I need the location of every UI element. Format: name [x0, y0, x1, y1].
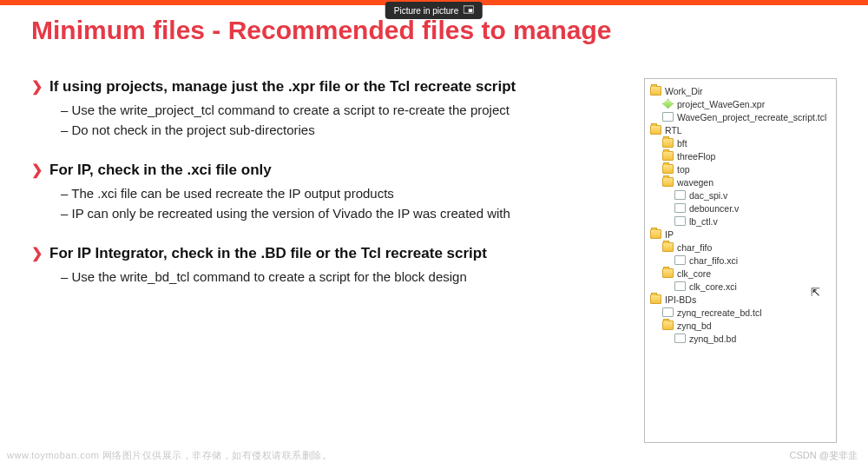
sub-bullet: Use the write_project_tcl command to cre… — [31, 102, 620, 117]
tree-row[interactable]: char_fifo — [650, 241, 832, 254]
file-icon — [674, 190, 686, 200]
bullet-section-1: ❯ If using projects, manage just the .xp… — [31, 78, 620, 137]
tree-label: top — [677, 164, 690, 175]
tree-label: IPI-BDs — [665, 294, 696, 305]
file-icon — [674, 255, 686, 265]
folder-icon — [662, 320, 674, 330]
tree-label: clk_core.xci — [689, 281, 737, 292]
bullet-arrow-icon: ❯ — [31, 245, 43, 262]
svg-rect-1 — [469, 9, 473, 12]
tree-row[interactable]: clk_core.xci — [650, 280, 832, 293]
folder-icon — [650, 125, 661, 135]
tree-row[interactable]: project_WaveGen.xpr — [650, 97, 832, 110]
folder-icon — [662, 138, 674, 148]
slide-title: Minimum files - Recommended files to man… — [31, 16, 837, 45]
file-icon — [674, 216, 686, 226]
tree-row[interactable]: char_fifo.xci — [650, 254, 832, 267]
bullet-head: For IP Integrator, check in the .BD file… — [49, 245, 487, 262]
tree-row[interactable]: WaveGen_project_recreate_script.tcl — [650, 110, 832, 123]
tree-row[interactable]: threeFlop — [650, 149, 832, 162]
sub-bullet: Use the write_bd_tcl command to create a… — [31, 269, 620, 284]
bullet-section-2: ❯ For IP, check in the .xci file only Th… — [31, 162, 620, 221]
tree-row[interactable]: dac_spi.v — [650, 188, 832, 201]
tree-row[interactable]: bft — [650, 136, 832, 149]
folder-icon — [662, 242, 674, 252]
tree-row[interactable]: IP — [650, 228, 832, 241]
tree-label: RTL — [665, 125, 682, 135]
folder-icon — [650, 294, 661, 304]
tree-label: IP — [665, 229, 674, 240]
tree-row[interactable]: zynq_recreate_bd.tcl — [650, 306, 832, 319]
tree-row[interactable]: zynq_bd.bd — [650, 332, 832, 345]
bullet-arrow-icon: ❯ — [31, 78, 43, 96]
tree-label: dac_spi.v — [689, 190, 727, 201]
tree-row[interactable]: IPI-BDs — [650, 293, 832, 306]
tree-row[interactable]: clk_core — [650, 267, 832, 280]
tree-row[interactable]: Work_Dir — [650, 84, 832, 97]
tree-label: zynq_bd — [677, 320, 712, 331]
sub-bullet: IP can only be recreated using the versi… — [31, 206, 620, 221]
tree-row[interactable]: debouncer.v — [650, 201, 832, 215]
folder-icon — [662, 151, 674, 161]
cursor-icon: ⇱ — [811, 286, 820, 299]
pip-label: Picture in picture — [394, 6, 458, 16]
tree-label: WaveGen_project_recreate_script.tcl — [677, 112, 826, 122]
file-tree: ⇱ Work_Dirproject_WaveGen.xprWaveGen_pro… — [644, 78, 837, 443]
tree-label: wavegen — [677, 177, 713, 188]
tree-label: threeFlop — [677, 151, 715, 162]
tree-label: zynq_bd.bd — [689, 334, 736, 344]
tree-label: clk_core — [677, 268, 711, 279]
bullet-section-3: ❯ For IP Integrator, check in the .BD fi… — [31, 245, 620, 284]
tree-label: bft — [677, 138, 687, 149]
bullet-head: If using projects, manage just the .xpr … — [49, 78, 516, 96]
tree-label: char_fifo.xci — [689, 255, 738, 266]
sub-bullet: Do not check in the project sub-director… — [31, 122, 620, 137]
sub-bullet: The .xci file can be used recreate the I… — [31, 186, 620, 201]
folder-icon — [662, 268, 674, 278]
tree-row[interactable]: top — [650, 162, 832, 175]
folder-icon — [662, 164, 674, 174]
tree-label: Work_Dir — [665, 86, 703, 96]
tree-label: char_fifo — [677, 242, 712, 253]
folder-icon — [650, 86, 661, 96]
file-icon — [674, 203, 686, 213]
tree-row[interactable]: lb_ctl.v — [650, 215, 832, 228]
tree-row[interactable]: wavegen — [650, 175, 832, 188]
file-icon — [662, 307, 674, 317]
tree-row[interactable]: zynq_bd — [650, 319, 832, 332]
tree-label: project_WaveGen.xpr — [677, 99, 765, 109]
bullet-list: ❯ If using projects, manage just the .xp… — [31, 78, 628, 443]
footer-left: www.toymoban.com 网络图片仅供展示，非存储，如有侵权请联系删除。 — [7, 449, 332, 462]
bullet-head: For IP, check in the .xci file only — [49, 162, 272, 179]
tree-label: lb_ctl.v — [689, 216, 718, 227]
tree-label: zynq_recreate_bd.tcl — [677, 307, 761, 318]
file-icon — [674, 334, 686, 343]
footer-right: CSDN @斐非韭 — [790, 449, 858, 462]
tree-row[interactable]: RTL — [650, 123, 832, 136]
file-icon — [662, 112, 674, 122]
folder-icon — [650, 229, 661, 239]
xpr-icon — [662, 99, 674, 109]
picture-in-picture-pill[interactable]: Picture in picture — [385, 2, 483, 19]
tree-label: debouncer.v — [689, 203, 739, 214]
pip-icon — [464, 5, 474, 16]
folder-icon — [662, 177, 674, 187]
bullet-arrow-icon: ❯ — [31, 162, 43, 179]
file-icon — [674, 281, 686, 291]
